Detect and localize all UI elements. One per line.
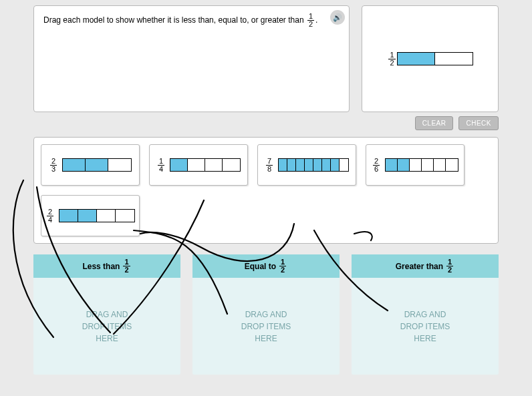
zone-label: Greater than [396, 262, 443, 271]
fraction-denominator: 8 [266, 166, 273, 173]
zone-fraction: 12 [123, 258, 130, 274]
bar-cell [170, 159, 188, 171]
bar-cell [97, 210, 116, 222]
bar-cell [434, 159, 446, 171]
bar-cell [116, 210, 134, 222]
reference-model: 1 2 [362, 5, 499, 112]
bar-cell [63, 159, 86, 171]
tile-bar [62, 158, 132, 172]
fraction-denominator: 2 [279, 266, 286, 274]
tile-fraction: 24 [47, 208, 53, 224]
instruction-prefix: Drag each model to show whether it is le… [43, 15, 306, 25]
clear-button[interactable]: CLEAR [415, 116, 454, 130]
fraction-numerator: 2 [47, 208, 53, 216]
drop-zone[interactable]: Equal to 12DRAG AND DROP ITEMS HERE [192, 254, 340, 375]
zone-placeholder: DRAG AND DROP ITEMS HERE [33, 278, 180, 375]
draggable-tile[interactable]: 24 [41, 195, 140, 236]
bar-cell [322, 159, 331, 171]
bar-cell [446, 159, 458, 171]
bar-cell [410, 159, 422, 171]
bar-cell [305, 159, 313, 171]
bar-cell [340, 159, 348, 171]
instruction-suffix: . [315, 15, 317, 25]
bar-cell [279, 159, 287, 171]
check-button[interactable]: CHECK [458, 116, 499, 130]
zone-header: Equal to 12 [192, 254, 340, 278]
bar-cell [86, 159, 108, 171]
tile-fraction: 14 [158, 158, 164, 173]
draggable-tile[interactable]: 26 [366, 144, 464, 186]
bar-cell [78, 210, 97, 222]
tile-bar [59, 209, 135, 222]
fraction-numerator: 2 [50, 158, 57, 166]
instruction-panel: Drag each model to show whether it is le… [33, 5, 350, 112]
reference-fraction: 1 2 [388, 51, 395, 67]
draggable-tile[interactable]: 14 [149, 144, 248, 186]
bar-cell [296, 159, 305, 171]
fraction-numerator: 2 [373, 158, 380, 166]
draggable-tile[interactable]: 78 [257, 144, 356, 186]
fraction-denominator: 6 [373, 166, 380, 173]
fraction-denominator: 4 [47, 216, 53, 224]
zone-placeholder: DRAG AND DROP ITEMS HERE [192, 278, 340, 375]
tile-fraction: 23 [50, 158, 57, 173]
tile-bar [385, 158, 458, 172]
zone-label: Less than [82, 262, 120, 271]
bar-cell [108, 159, 131, 171]
bar-cell [205, 159, 223, 171]
zone-header: Less than 12 [33, 254, 180, 278]
bar-cell [398, 53, 435, 65]
bar-cell [435, 53, 473, 65]
fraction-numerator: 1 [388, 51, 395, 59]
zone-label: Equal to [245, 262, 276, 271]
fraction-denominator: 3 [50, 166, 57, 173]
fraction-denominator: 2 [123, 266, 130, 274]
bar-cell [188, 159, 205, 171]
instruction-fraction: 1 2 [307, 13, 314, 28]
zone-header: Greater than 12 [352, 254, 499, 278]
bar-cell [287, 159, 296, 171]
bar-cell [386, 159, 398, 171]
drop-zone[interactable]: Less than 12DRAG AND DROP ITEMS HERE [33, 254, 180, 375]
bar-cell [331, 159, 340, 171]
draggable-tile[interactable]: 23 [41, 144, 140, 186]
tile-bar [278, 158, 349, 172]
instruction-text: Drag each model to show whether it is le… [43, 15, 317, 25]
tile-fraction: 26 [373, 158, 380, 173]
drop-zone[interactable]: Greater than 12DRAG AND DROP ITEMS HERE [352, 254, 499, 375]
bar-cell [59, 210, 78, 222]
fraction-denominator: 2 [446, 266, 453, 274]
bar-cell [398, 159, 410, 171]
bar-cell [313, 159, 322, 171]
reference-bar [397, 52, 473, 65]
fraction-denominator: 4 [158, 166, 164, 173]
zone-placeholder: DRAG AND DROP ITEMS HERE [352, 278, 499, 375]
tile-pool: 2314782624 [33, 137, 499, 244]
fraction-denominator: 2 [307, 21, 314, 28]
fraction-numerator: 1 [158, 158, 164, 166]
fraction-denominator: 2 [388, 59, 395, 67]
tile-fraction: 78 [266, 158, 273, 173]
tile-bar [170, 158, 241, 172]
bar-cell [223, 159, 240, 171]
zone-fraction: 12 [446, 258, 453, 274]
bar-cell [422, 159, 434, 171]
zone-fraction: 12 [279, 258, 286, 274]
fraction-numerator: 7 [266, 158, 273, 166]
audio-icon[interactable]: 🔊 [330, 10, 345, 25]
